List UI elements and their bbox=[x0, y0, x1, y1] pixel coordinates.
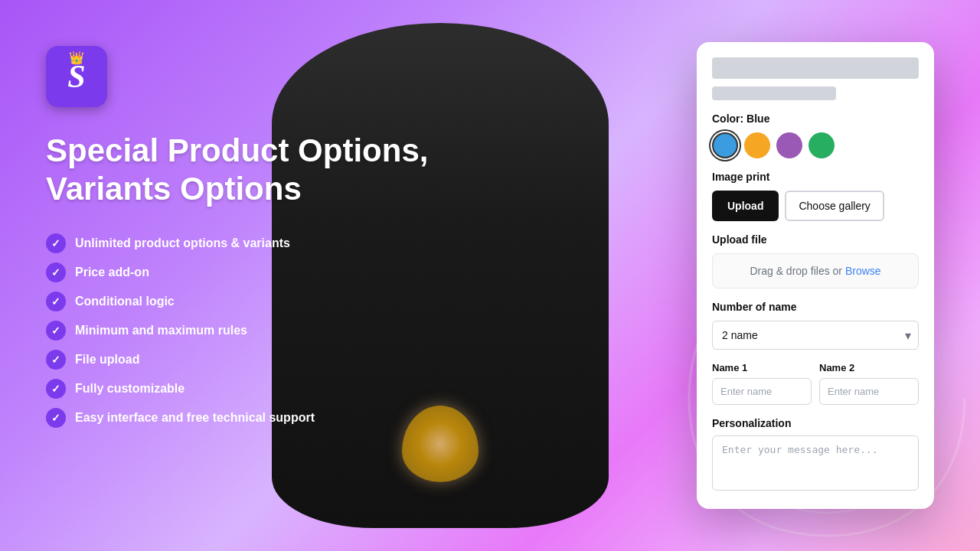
feature-item: ✓ Fully customizable bbox=[46, 379, 428, 399]
check-icon: ✓ bbox=[46, 292, 66, 311]
number-select-wrapper: 1 name 2 name 3 name ▾ bbox=[712, 321, 919, 350]
app-logo: 👑 S bbox=[46, 46, 107, 107]
upload-dropzone[interactable]: Drag & drop files or Browse bbox=[712, 253, 919, 289]
number-of-name-label: Number of name bbox=[712, 301, 919, 313]
name1-field: Name 1 bbox=[712, 362, 812, 405]
check-icon: ✓ bbox=[46, 379, 66, 399]
feature-item: ✓ Unlimited product options & variants bbox=[46, 233, 428, 253]
product-subtitle-skeleton bbox=[712, 86, 836, 100]
features-list: ✓ Unlimited product options & variants ✓… bbox=[46, 233, 428, 428]
feature-item: ✓ Minimum and maximum rules bbox=[46, 321, 428, 341]
browse-link[interactable]: Browse bbox=[845, 265, 881, 277]
upload-file-label: Upload file bbox=[712, 233, 919, 246]
image-print-label: Image print bbox=[712, 171, 919, 183]
color-swatch-green[interactable] bbox=[808, 132, 835, 158]
feature-item: ✓ Easy interface and free technical supp… bbox=[46, 408, 428, 428]
color-swatches bbox=[712, 132, 919, 158]
check-icon: ✓ bbox=[46, 233, 66, 253]
name2-label: Name 2 bbox=[819, 362, 919, 373]
personalization-section: Personalization bbox=[712, 417, 919, 494]
color-swatch-purple[interactable] bbox=[776, 132, 802, 158]
names-row: Name 1 Name 2 bbox=[712, 362, 919, 405]
number-of-name-section: Number of name 1 name 2 name 3 name ▾ bbox=[712, 301, 919, 350]
color-label: Color: Blue bbox=[712, 112, 919, 125]
color-swatch-orange[interactable] bbox=[744, 132, 770, 158]
feature-text: Minimum and maximum rules bbox=[75, 324, 247, 337]
check-icon: ✓ bbox=[46, 262, 66, 282]
name2-input[interactable] bbox=[819, 378, 919, 405]
logo-letter: S bbox=[67, 58, 85, 95]
feature-text: Fully customizable bbox=[75, 382, 185, 396]
color-section: Color: Blue bbox=[712, 112, 919, 158]
check-icon: ✓ bbox=[46, 408, 66, 428]
image-print-buttons: Upload Choose gallery bbox=[712, 191, 919, 221]
upload-file-section: Upload file Drag & drop files or Browse bbox=[712, 233, 919, 289]
main-title: Special Product Options, Variants Option… bbox=[46, 132, 428, 209]
feature-item: ✓ File upload bbox=[46, 350, 428, 370]
feature-item: ✓ Conditional logic bbox=[46, 292, 428, 311]
left-content: 👑 S Special Product Options, Variants Op… bbox=[46, 46, 428, 428]
choose-gallery-button[interactable]: Choose gallery bbox=[785, 191, 884, 221]
check-icon: ✓ bbox=[46, 350, 66, 370]
number-of-name-select[interactable]: 1 name 2 name 3 name bbox=[712, 321, 919, 350]
dropzone-text: Drag & drop files or bbox=[750, 265, 842, 277]
feature-text: Easy interface and free technical suppor… bbox=[75, 411, 315, 425]
name1-input[interactable] bbox=[712, 378, 812, 405]
color-swatch-blue[interactable] bbox=[712, 132, 738, 158]
image-print-section: Image print Upload Choose gallery bbox=[712, 171, 919, 221]
feature-text: Price add-on bbox=[75, 266, 149, 279]
upload-button[interactable]: Upload bbox=[712, 191, 779, 221]
feature-text: Unlimited product options & variants bbox=[75, 236, 290, 250]
feature-item: ✓ Price add-on bbox=[46, 262, 428, 282]
feature-text: File upload bbox=[75, 353, 139, 367]
product-title-skeleton bbox=[712, 57, 919, 79]
personalization-textarea[interactable] bbox=[712, 435, 919, 491]
product-options-panel: Color: Blue Image print Upload Choose ga… bbox=[697, 42, 934, 509]
check-icon: ✓ bbox=[46, 321, 66, 341]
name1-label: Name 1 bbox=[712, 362, 812, 373]
name2-field: Name 2 bbox=[819, 362, 919, 405]
personalization-label: Personalization bbox=[712, 417, 919, 429]
feature-text: Conditional logic bbox=[75, 295, 175, 308]
